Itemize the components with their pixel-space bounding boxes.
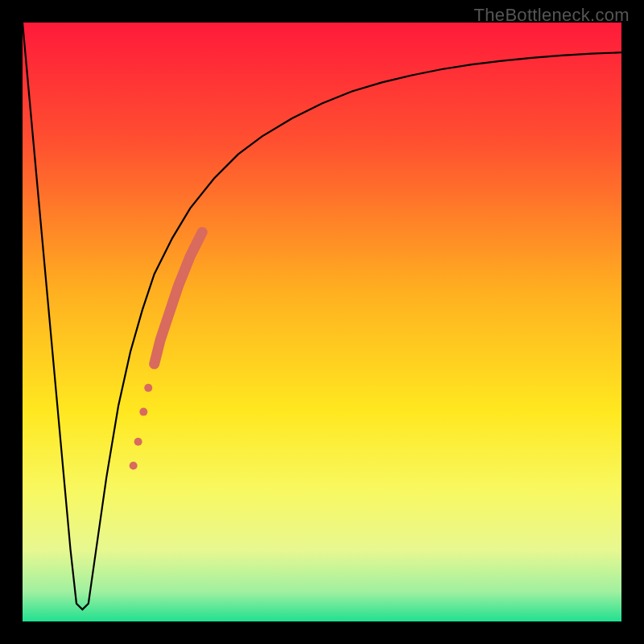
marker-dot: [134, 438, 142, 446]
marker-dot: [130, 462, 138, 470]
chart-svg: [23, 23, 621, 621]
marker-dot: [139, 408, 147, 416]
watermark-text: TheBottleneck.com: [474, 5, 630, 26]
chart-container: TheBottleneck.com: [0, 0, 644, 644]
plot-area: [23, 23, 621, 621]
marker-dot: [144, 384, 152, 392]
gradient-background: [23, 23, 621, 621]
